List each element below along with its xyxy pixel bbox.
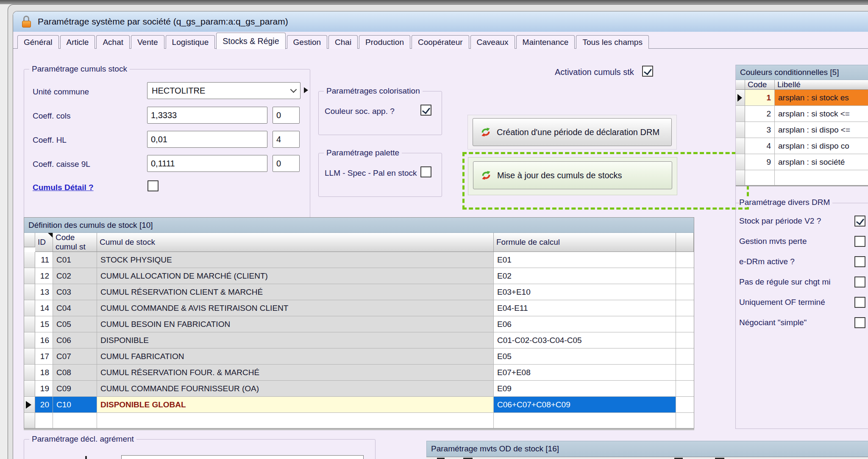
mvts-od-partial-row xyxy=(426,457,868,459)
table-row[interactable]: 19 C09 CUMUL COMMANDE FOURNISSEUR (OA) E… xyxy=(24,381,694,397)
tab-stocks-regie[interactable]: Stocks & Régie xyxy=(216,33,285,49)
cumuls-detail-checkbox[interactable] xyxy=(147,180,159,191)
coeff-hl-input[interactable] xyxy=(147,131,267,148)
group-cumuls-stock: Paramétrage cumuls stock Unité commune H… xyxy=(24,69,310,221)
drm-option-row: e-DRm active ? xyxy=(739,256,865,267)
llm-spec-pal-label: LLM - Spec - Pal en stock xyxy=(325,169,417,178)
group-palette: Paramétrage palette LLM - Spec - Pal en … xyxy=(318,153,442,197)
group-colorisation: Paramétrages colorisation Couleur soc. a… xyxy=(318,91,442,135)
table-row[interactable]: 11 C01 STOCK PHYSIQUE E01 xyxy=(24,252,694,268)
window-title: Paramétrage système par société (q_gs_pa… xyxy=(38,17,288,27)
group-palette-title: Paramétrage palette xyxy=(324,148,402,158)
tab-chai[interactable]: Chai xyxy=(328,35,358,49)
current-row-arrow-icon xyxy=(737,94,742,102)
unite-commune-label: Unité commune xyxy=(33,87,89,97)
tab-maintenance[interactable]: Maintenance xyxy=(516,35,575,49)
table-row[interactable]: 15 C05 CUMUL BESOIN EN FABRICATION E06 xyxy=(24,316,694,332)
tab-cooperateur[interactable]: Coopérateur xyxy=(412,35,469,49)
couleurs-cell-code[interactable]: 4 xyxy=(745,138,775,154)
drm-option-row: Stock par période V2 ? xyxy=(739,216,865,227)
drm-option-row: Gestion mvts perte xyxy=(739,236,865,247)
definition-column-headers: ID Code cumul st Cumul de stock Formule … xyxy=(24,233,694,252)
mvts-od-header-bar: Paramétrage mvts OD de stock [16] xyxy=(426,441,868,457)
couleurs-cell-libelle[interactable]: arsplan : si société xyxy=(775,154,868,170)
maj-cumuls-button[interactable]: Mise à jour des cumuls de stocks xyxy=(473,161,672,189)
row-indicator-cell xyxy=(736,90,745,106)
cumuls-detail-link[interactable]: Cumuls Détail ? xyxy=(33,183,94,192)
table-row[interactable]: 18 C08 CUMUL RÉSERVATION FOUR. & MARCHÉ … xyxy=(24,365,694,381)
right-panel: Couleurs conditionnelles [5] Code Libell… xyxy=(735,65,868,429)
drm-option-row: Pas de régule sur chgt mi xyxy=(739,277,865,288)
couleur-soc-label: Couleur soc. app. ? xyxy=(325,107,395,116)
edrm-active-checkbox[interactable] xyxy=(854,256,865,267)
client-area: Paramétrage cumuls stock Unité commune H… xyxy=(13,49,868,459)
chevron-down-icon xyxy=(290,86,297,93)
coeff-cols-extra-input[interactable] xyxy=(273,107,300,124)
tab-production[interactable]: Production xyxy=(359,35,410,49)
couleurs-table: Code Libellé 1 arsplan : si stock es 2 a… xyxy=(736,80,868,186)
couleurs-cell-code[interactable]: 9 xyxy=(745,154,775,170)
tab-general[interactable]: Général xyxy=(17,35,59,49)
table-row[interactable]: 16 C06 DISPONIBLE C01-C02-C03-C04-C05 xyxy=(24,332,694,348)
stock-periode-v2-checkbox[interactable] xyxy=(854,216,865,227)
couleurs-cell-libelle[interactable]: arsplan : si stock <= xyxy=(775,106,868,122)
coeff-cols-input[interactable] xyxy=(147,107,267,124)
table-row[interactable]: 14 C04 CUMUL COMMANDE & AVIS RETIRAISON … xyxy=(24,300,694,316)
agrement-partial-input[interactable] xyxy=(121,455,364,459)
refresh-icon xyxy=(480,126,492,138)
couleurs-col-code[interactable]: Code xyxy=(745,80,775,90)
tab-caveaux[interactable]: Caveaux xyxy=(470,35,515,49)
negociant-simple-checkbox[interactable] xyxy=(854,317,865,328)
definition-col-id[interactable]: ID xyxy=(35,233,53,252)
definition-col-code[interactable]: Code cumul st xyxy=(53,233,97,252)
group-cumuls-stock-title: Paramétrage cumuls stock xyxy=(29,64,130,74)
couleurs-cell-libelle[interactable]: arsplan : si stock es xyxy=(775,90,868,106)
tab-achat[interactable]: Achat xyxy=(96,35,130,49)
definition-col-cumul[interactable]: Cumul de stock xyxy=(97,233,494,252)
gestion-mvts-perte-checkbox[interactable] xyxy=(854,236,865,247)
group-decl-agrement-title: Paramétrage décl. agrément xyxy=(29,434,136,444)
unite-commune-select[interactable]: HECTOLITRE xyxy=(147,82,300,99)
table-row[interactable]: 13 C03 CUMUL RÉSERVATION CLIENT & MARCHÉ… xyxy=(24,284,694,300)
activation-cumuls-label: Activation cumuls stk xyxy=(555,67,634,77)
table-row-selected[interactable]: 20 C10 DISPONIBLE GLOBAL C06+C07+C08+C09 xyxy=(24,397,694,413)
table-row[interactable]: 12 C02 CUMUL ALLOCATION DE MARCHÉ (CLIEN… xyxy=(24,268,694,284)
uniquement-of-checkbox[interactable] xyxy=(854,297,865,308)
couleur-soc-checkbox[interactable] xyxy=(420,105,431,116)
coeff-caisse-extra-input[interactable] xyxy=(273,155,300,172)
tab-gestion[interactable]: Gestion xyxy=(287,35,327,49)
couleurs-cell-code[interactable]: 2 xyxy=(745,106,775,122)
group-colorisation-title: Paramétrages colorisation xyxy=(324,86,423,96)
couleurs-margin-header xyxy=(736,80,745,90)
coeff-hl-extra-input[interactable] xyxy=(273,131,300,148)
definition-table: Définition des cumuls de stock [10] ID C… xyxy=(24,217,694,429)
divers-drm-title: Paramétrage divers DRM xyxy=(739,198,832,207)
drm-option-row: Négociant "simple" xyxy=(739,317,865,328)
tab-article[interactable]: Article xyxy=(60,35,95,49)
coeff-cols-label: Coeff. cols xyxy=(33,111,70,121)
creation-drm-button[interactable]: Création d'une période de déclaration DR… xyxy=(473,118,672,146)
couleurs-cell-code[interactable]: 3 xyxy=(745,122,775,138)
combo-more-arrow-icon[interactable] xyxy=(304,87,308,93)
table-row[interactable]: 17 C07 CUMUL FABRICATION E05 xyxy=(24,348,694,365)
drm-option-row: Uniquement OF terminé xyxy=(739,297,865,308)
couleurs-col-libelle[interactable]: Libellé xyxy=(775,80,868,90)
coeff-caisse-input[interactable] xyxy=(147,155,267,172)
couleurs-cell-libelle[interactable]: arsplan : si dispo co xyxy=(775,138,868,154)
coeff-caisse-label: Coeff. caisse 9L xyxy=(33,160,90,169)
couleurs-cell-code[interactable]: 1 xyxy=(745,90,775,106)
app-window: Paramétrage système par société (q_gs_pa… xyxy=(13,11,868,459)
couleurs-cell-libelle[interactable]: arsplan : si dispo <= xyxy=(775,122,868,138)
activation-cumuls-checkbox[interactable] xyxy=(642,66,653,77)
tab-vente[interactable]: Vente xyxy=(131,35,164,49)
pas-de-regule-checkbox[interactable] xyxy=(854,277,865,288)
definition-col-formule[interactable]: Formule de calcul xyxy=(494,233,676,252)
tab-strip: Général Article Achat Vente Logistique S… xyxy=(13,32,868,49)
coeff-hl-label: Coeff. HL xyxy=(33,135,67,145)
llm-spec-pal-checkbox[interactable] xyxy=(420,166,431,177)
definition-header-bar: Définition des cumuls de stock [10] xyxy=(24,218,694,233)
tab-logistique[interactable]: Logistique xyxy=(166,35,215,49)
background-window-edge xyxy=(0,0,868,4)
tab-tous-les-champs[interactable]: Tous les champs xyxy=(576,35,649,49)
title-bar: Paramétrage système par société (q_gs_pa… xyxy=(13,11,868,32)
